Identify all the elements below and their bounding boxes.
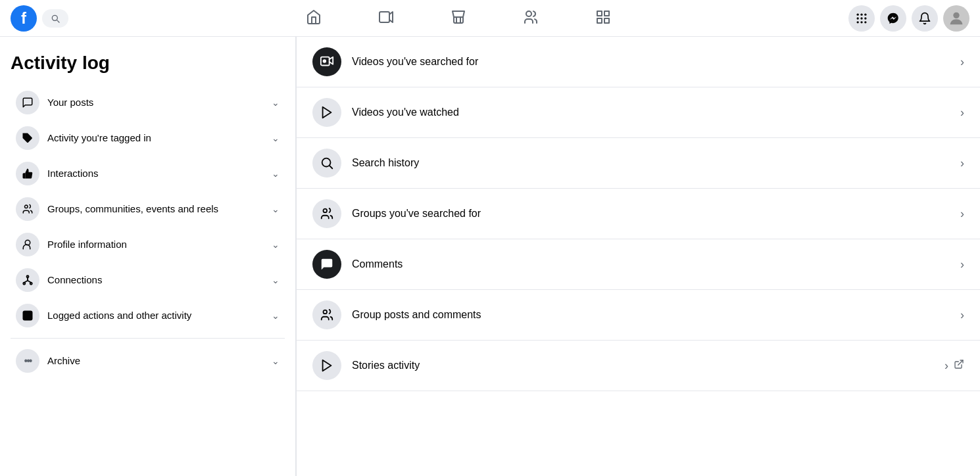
comments-icon (312, 250, 341, 279)
videos-watched-label: Videos you've watched (352, 107, 459, 118)
logged-actions-label: Logged actions and other activity (47, 309, 191, 322)
search-history-icon (312, 149, 341, 178)
videos-searched-label: Videos you've searched for (352, 56, 478, 68)
videos-watched-icon (312, 98, 341, 127)
content-item-videos-watched[interactable]: Videos you've watched › (297, 87, 980, 138)
svg-rect-4 (597, 18, 602, 23)
sidebar-item-logged-actions[interactable]: Logged actions and other activity ⌄ (5, 298, 290, 333)
nav-tab-gaming[interactable] (567, 0, 639, 37)
svg-marker-28 (323, 107, 331, 118)
chevron-icon: ⌄ (272, 239, 280, 250)
search-box[interactable] (42, 9, 68, 28)
arrow-right-icon: › (960, 156, 964, 170)
nav-tab-marketplace[interactable] (422, 0, 495, 37)
notifications-button[interactable] (912, 5, 938, 32)
page-title: Activity log (0, 47, 295, 84)
groups-sidebar-icon (16, 197, 39, 221)
messenger-button[interactable] (880, 5, 906, 32)
sidebar-item-interactions[interactable]: Interactions ⌄ (5, 156, 290, 191)
arrow-right-icon: › (944, 359, 948, 373)
sidebar-item-groups[interactable]: Groups, communities, events and reels ⌄ (5, 192, 290, 226)
chevron-icon: ⌄ (272, 133, 280, 143)
main-content: Videos you've searched for › Videos you'… (296, 37, 980, 476)
svg-line-30 (330, 166, 332, 168)
content-item-videos-searched[interactable]: Videos you've searched for › (297, 37, 980, 87)
content-item-groups-searched[interactable]: Groups you've searched for › (297, 189, 980, 239)
nav-tab-video[interactable] (350, 0, 422, 37)
svg-rect-25 (23, 311, 33, 321)
sidebar-item-profile-info[interactable]: Profile information ⌄ (5, 227, 290, 262)
connections-label: Connections (47, 274, 102, 287)
svg-rect-5 (604, 18, 609, 23)
svg-point-27 (324, 60, 326, 62)
logged-actions-icon (16, 304, 39, 327)
account-avatar[interactable] (943, 5, 969, 32)
sidebar-item-tagged-in[interactable]: Activity you're tagged in ⌄ (5, 121, 290, 155)
your-posts-icon (16, 91, 39, 114)
svg-point-12 (857, 21, 859, 23)
groups-icon (523, 9, 539, 25)
content-item-search-history[interactable]: Search history › (297, 138, 980, 189)
arrow-right-icon: › (960, 55, 964, 69)
arrow-right-icon: › (960, 258, 964, 272)
stories-icon (312, 351, 341, 380)
groups-label: Groups, communities, events and reels (47, 202, 218, 216)
search-icon (50, 13, 61, 24)
svg-point-14 (864, 21, 866, 23)
group-posts-label: Group posts and comments (352, 309, 481, 321)
gaming-icon (595, 9, 611, 25)
external-link-icon (954, 359, 964, 372)
nav-tab-groups[interactable] (495, 0, 567, 37)
content-item-stories[interactable]: Stories activity › (297, 341, 980, 391)
arrow-right-icon: › (960, 308, 964, 322)
stories-label: Stories activity (352, 360, 420, 371)
sidebar-divider (11, 338, 285, 339)
svg-marker-33 (323, 360, 331, 371)
top-navigation: f (0, 0, 980, 37)
svg-point-13 (860, 21, 862, 23)
connections-icon (16, 268, 39, 292)
sidebar-item-connections[interactable]: Connections ⌄ (5, 263, 290, 297)
chevron-icon: ⌄ (272, 356, 280, 366)
svg-rect-2 (597, 11, 602, 16)
archive-label: Archive (47, 354, 80, 368)
comments-label: Comments (352, 258, 403, 270)
apps-button[interactable] (848, 5, 875, 32)
interactions-icon (16, 162, 39, 185)
bell-icon (918, 12, 931, 25)
nav-tab-home[interactable] (278, 0, 350, 37)
search-history-label: Search history (352, 157, 419, 169)
nav-right (848, 5, 969, 32)
profile-info-label: Profile information (47, 238, 127, 251)
content-item-group-posts[interactable]: Group posts and comments › (297, 290, 980, 341)
video-icon (378, 9, 394, 25)
chevron-icon: ⌄ (272, 275, 280, 285)
nav-center (68, 0, 848, 37)
messenger-icon (887, 12, 900, 25)
svg-point-29 (322, 158, 331, 167)
chevron-icon: ⌄ (272, 97, 280, 108)
svg-point-1 (526, 11, 531, 16)
svg-point-6 (857, 13, 859, 15)
svg-point-31 (324, 209, 328, 213)
page-layout: Activity log Your posts ⌄ Activity you'r… (0, 37, 980, 476)
home-icon (306, 9, 322, 25)
svg-line-24 (28, 281, 31, 283)
interactions-label: Interactions (47, 167, 99, 180)
tagged-in-label: Activity you're tagged in (47, 131, 151, 145)
your-posts-label: Your posts (47, 96, 93, 109)
svg-point-9 (857, 17, 859, 19)
content-item-comments[interactable]: Comments › (297, 239, 980, 290)
sidebar-item-your-posts[interactable]: Your posts ⌄ (5, 85, 290, 120)
svg-point-15 (953, 12, 959, 18)
sidebar-item-archive[interactable]: ••• Archive ⌄ (5, 344, 290, 378)
tagged-icon (16, 126, 39, 150)
archive-icon: ••• (16, 349, 39, 373)
facebook-logo[interactable]: f (11, 5, 37, 32)
svg-point-11 (864, 17, 866, 19)
content-panel: Videos you've searched for › Videos you'… (296, 37, 980, 476)
chevron-icon: ⌄ (272, 168, 280, 179)
chevron-icon: ⌄ (272, 204, 280, 214)
apps-grid-icon (855, 12, 868, 25)
svg-rect-0 (380, 12, 389, 22)
